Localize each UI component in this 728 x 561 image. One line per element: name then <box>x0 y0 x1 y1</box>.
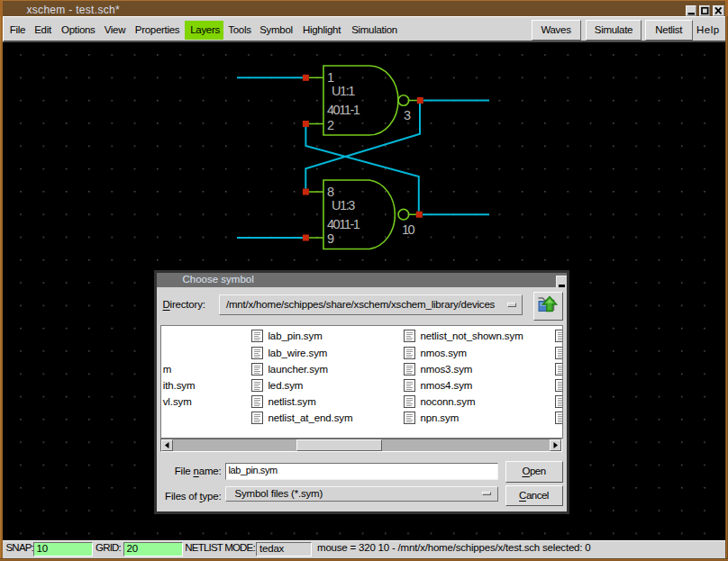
svg-text:4011-1: 4011-1 <box>327 217 360 231</box>
svg-text:10: 10 <box>402 222 415 237</box>
svg-text:4011-1: 4011-1 <box>327 103 360 117</box>
svg-text:U1:3: U1:3 <box>332 198 355 213</box>
svg-text:U1:1: U1:1 <box>332 84 355 98</box>
